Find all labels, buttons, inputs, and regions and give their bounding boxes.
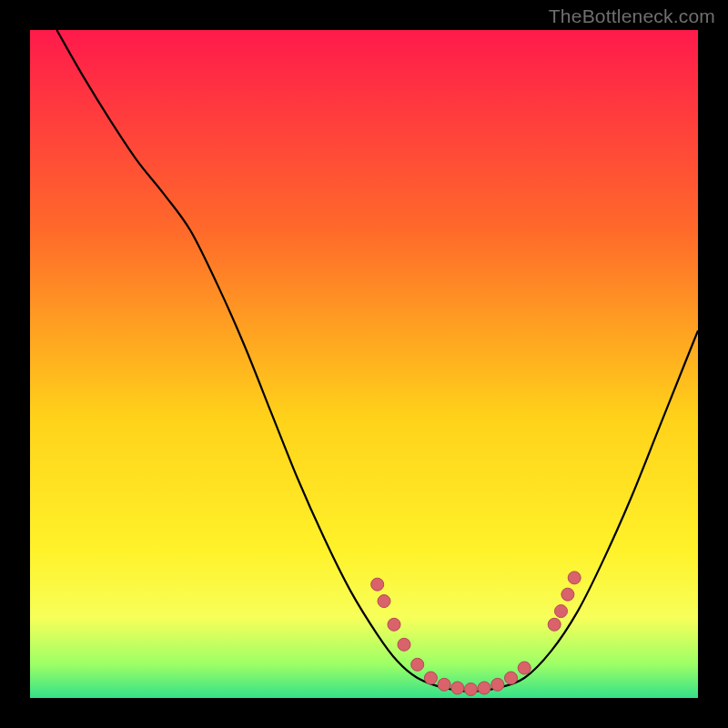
data-marker	[424, 672, 437, 684]
data-marker	[411, 658, 424, 671]
curve-path	[56, 30, 698, 692]
chart-frame: TheBottleneck.com	[0, 0, 728, 728]
data-marker	[555, 605, 568, 618]
data-marker	[491, 678, 504, 691]
data-marker	[518, 662, 531, 674]
curve-markers	[371, 571, 581, 696]
data-marker	[561, 588, 574, 601]
data-marker	[505, 672, 518, 684]
data-marker	[398, 638, 410, 651]
data-marker	[438, 678, 450, 691]
data-marker	[371, 578, 384, 591]
data-marker	[451, 682, 464, 694]
data-marker	[548, 618, 561, 631]
data-marker	[378, 595, 390, 608]
data-marker	[464, 683, 477, 696]
data-marker	[388, 618, 400, 631]
bottleneck-curve	[30, 30, 698, 698]
data-marker	[568, 571, 581, 584]
data-marker	[478, 682, 490, 694]
plot-area	[30, 30, 698, 698]
watermark-text: TheBottleneck.com	[549, 5, 715, 27]
